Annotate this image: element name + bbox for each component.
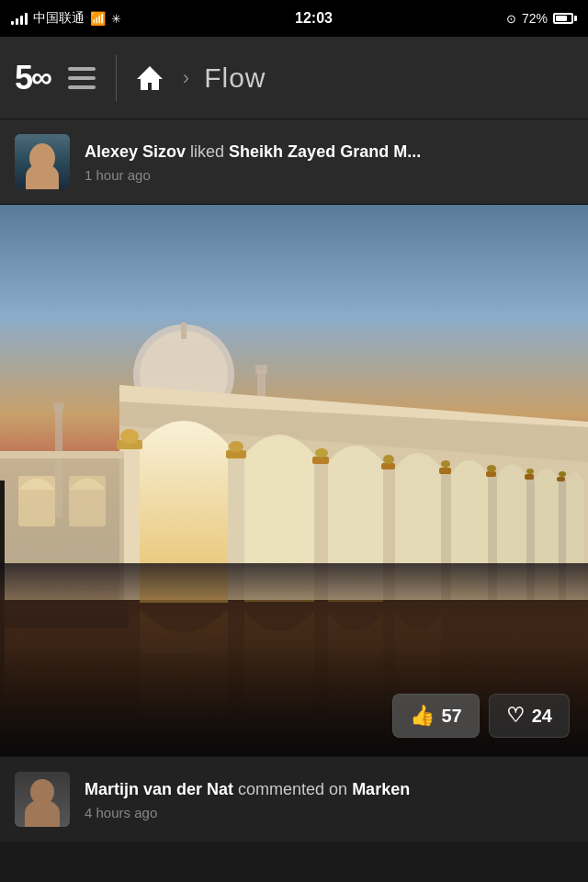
status-right: ⊙ 72% [506,11,577,26]
svg-point-34 [526,469,534,474]
nav-divider [116,55,117,101]
svg-rect-47 [0,451,124,458]
activity-time-top: 1 hour ago [85,167,573,183]
activity-time-bottom: 4 hours ago [85,805,573,820]
carrier-text: 中国联通 [33,10,85,27]
photo-image[interactable] [0,205,588,756]
svg-rect-22 [312,457,329,464]
page-title: Flow [204,62,266,94]
avatar-alexey[interactable] [15,134,70,189]
like-button[interactable]: 👍 57 [392,694,480,738]
nav-bar: 5∞ › Flow [0,37,588,119]
photo-actions: 👍 57 ♡ 24 [392,694,571,738]
svg-rect-23 [381,463,395,469]
activity-target: Sheikh Zayed Grand M... [229,142,421,161]
svg-point-30 [315,448,328,458]
avatar-martijn[interactable] [15,772,70,827]
battery-icon [553,13,577,24]
status-time: 12:03 [295,10,333,27]
svg-rect-8 [255,365,267,374]
thumbs-up-icon: 👍 [410,704,435,728]
svg-rect-26 [525,474,534,480]
photo-container[interactable]: 👍 57 ♡ 24 [0,205,588,756]
svg-rect-24 [439,468,451,474]
fave-button[interactable]: ♡ 24 [489,694,570,738]
svg-rect-4 [181,322,187,339]
svg-point-33 [487,465,496,472]
wifi-icon: 📶 [90,11,106,26]
activity-action-bottom: commented on [233,780,352,798]
status-bar: 中国联通 📶 ✳ 12:03 ⊙ 72% [0,0,588,37]
misc-icon: ✳ [111,12,121,26]
svg-point-29 [229,441,243,452]
activity-main-bottom: Martijn van der Nat commented on Marken [85,778,573,801]
svg-point-31 [383,455,394,464]
app-logo[interactable]: 5∞ [15,59,51,97]
activity-username[interactable]: Alexey Sizov [85,142,186,161]
logo-number: 5 [15,59,31,97]
fave-count: 24 [532,706,552,727]
activity-item-top: Alexey Sizov liked Sheikh Zayed Grand M.… [0,119,588,205]
clock-icon: ⊙ [506,12,516,26]
activity-main-text: Alexey Sizov liked Sheikh Zayed Grand M.… [85,141,573,164]
activity-text-top: Alexey Sizov liked Sheikh Zayed Grand M.… [85,141,573,183]
svg-marker-0 [137,66,163,90]
like-count: 57 [442,706,462,727]
activity-username-bottom[interactable]: Martijn van der Nat [85,780,233,798]
svg-rect-6 [53,402,64,410]
svg-point-32 [441,460,450,468]
logo-infinity: ∞ [31,61,51,95]
activity-action: liked [186,142,229,161]
activity-item-bottom: Martijn van der Nat commented on Marken … [0,756,588,842]
svg-point-35 [559,471,566,477]
menu-icon[interactable] [68,64,101,92]
battery-percent: 72% [522,11,548,26]
activity-target-bottom: Marken [352,780,410,798]
signal-icon [11,12,28,25]
svg-rect-27 [557,477,565,481]
heart-icon: ♡ [506,704,525,728]
breadcrumb-chevron: › [183,66,189,90]
svg-point-28 [120,429,139,444]
activity-text-bottom: Martijn van der Nat commented on Marken … [85,778,573,820]
status-left: 中国联通 📶 ✳ [11,10,121,27]
home-button[interactable] [131,60,168,96]
